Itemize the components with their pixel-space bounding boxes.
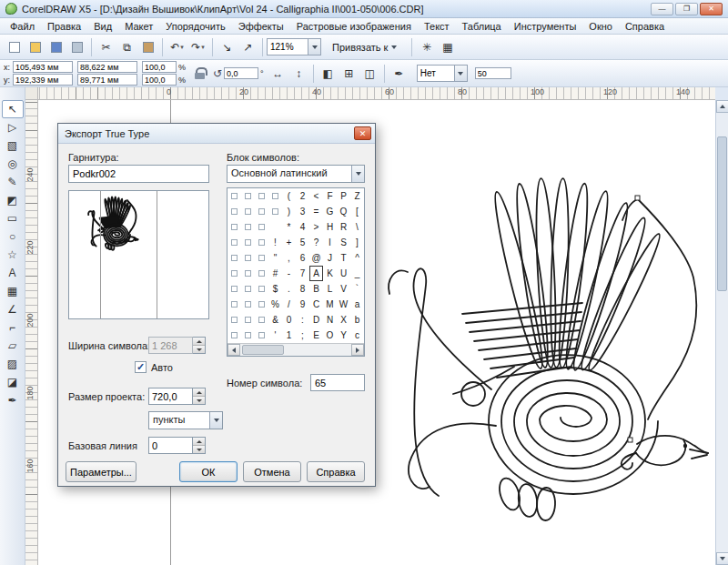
menu-item[interactable]: Файл xyxy=(4,20,41,33)
polygon-tool[interactable]: ☆ xyxy=(2,246,24,264)
menu-item[interactable]: Правка xyxy=(41,20,87,33)
units-dropdown-button[interactable] xyxy=(209,412,222,429)
charmap-cell[interactable]: 5 xyxy=(296,235,309,250)
char-grid-scrollbar[interactable] xyxy=(228,343,364,356)
charmap-cell[interactable]: I xyxy=(323,235,337,250)
extrude-tool[interactable]: ▱ xyxy=(2,337,24,355)
charmap-cell[interactable]: ( xyxy=(282,188,296,204)
charmap-cell[interactable]: < xyxy=(309,188,323,204)
vertical-ruler[interactable]: 240220200180160 xyxy=(25,100,38,565)
charmap-checkbox[interactable] xyxy=(241,281,255,297)
scroll-down-button[interactable] xyxy=(716,552,728,565)
mirror-vertical-icon[interactable]: ↕ xyxy=(289,64,308,83)
charmap-checkbox[interactable] xyxy=(241,219,255,235)
close-button[interactable]: ✕ xyxy=(700,3,723,15)
edge-field[interactable] xyxy=(475,67,511,79)
vertical-scrollbar[interactable] xyxy=(715,100,728,565)
paste-icon[interactable] xyxy=(138,37,157,56)
charmap-checkbox[interactable] xyxy=(241,188,255,204)
lock-ratio-icon[interactable] xyxy=(195,67,205,79)
auto-checkbox[interactable]: ✓ xyxy=(135,361,147,373)
dialog-close-button[interactable]: ✕ xyxy=(354,126,371,140)
charmap-cell[interactable]: > xyxy=(309,219,323,235)
charmap-cell[interactable]: / xyxy=(282,297,296,312)
rectangle-tool[interactable]: ▭ xyxy=(2,209,24,227)
charmap-cell[interactable]: 1 xyxy=(282,328,296,343)
charmap-cell[interactable]: - xyxy=(282,266,296,281)
group-objects-icon[interactable]: ⊞ xyxy=(339,64,359,83)
charmap-cell[interactable]: 0 xyxy=(282,312,296,328)
charmap-cell[interactable]: 2 xyxy=(296,188,309,204)
charmap-checkbox[interactable] xyxy=(268,204,282,219)
zoom-dropdown-button[interactable] xyxy=(308,39,320,55)
copy-icon[interactable]: ⧉ xyxy=(117,37,136,56)
charmap-cell[interactable]: O xyxy=(323,328,337,343)
zoom-level-input[interactable] xyxy=(268,39,308,55)
charmap-cell[interactable]: " xyxy=(268,250,282,266)
text-tool[interactable]: А xyxy=(2,264,24,282)
charmap-cell[interactable]: ` xyxy=(350,281,364,297)
scroll-up-button[interactable] xyxy=(716,100,728,113)
charmap-cell[interactable]: $ xyxy=(268,281,282,297)
char-width-field[interactable] xyxy=(148,337,193,354)
menu-item[interactable]: Растровые изображения xyxy=(290,20,418,33)
pick-tool[interactable]: ↖ xyxy=(2,100,24,118)
charmap-cell[interactable]: F xyxy=(323,188,337,204)
spinner-up-button[interactable] xyxy=(193,338,205,345)
options-gear-icon[interactable]: ✳ xyxy=(417,37,436,56)
open-folder-icon[interactable] xyxy=(25,37,45,56)
charmap-cell[interactable]: = xyxy=(309,204,323,219)
charmap-checkbox[interactable] xyxy=(228,312,241,328)
scrollbar-thumb[interactable] xyxy=(717,136,727,291)
charmap-cell[interactable]: . xyxy=(282,281,296,297)
charmap-cell[interactable]: A xyxy=(309,266,323,281)
charmap-cell[interactable]: M xyxy=(323,297,337,312)
charmap-cell[interactable]: E xyxy=(309,328,323,343)
charmap-checkbox[interactable] xyxy=(228,266,241,281)
charmap-cell[interactable]: P xyxy=(337,188,350,204)
charmap-cell[interactable]: + xyxy=(282,235,296,250)
charmap-cell[interactable]: Z xyxy=(350,188,364,204)
charmap-cell[interactable]: ; xyxy=(296,328,309,343)
application-launcher-icon[interactable]: ▦ xyxy=(438,37,457,56)
x-position-field[interactable] xyxy=(13,61,73,73)
scroll-right-button[interactable] xyxy=(351,344,364,356)
charmap-cell[interactable]: c xyxy=(350,328,364,343)
spinner-up-button[interactable] xyxy=(193,438,205,445)
spinner-up-button[interactable] xyxy=(193,388,205,396)
charmap-cell[interactable]: N xyxy=(323,312,337,328)
charmap-checkbox[interactable] xyxy=(241,204,255,219)
charmap-checkbox[interactable] xyxy=(255,328,268,343)
cut-icon[interactable]: ✂ xyxy=(96,37,116,56)
charmap-checkbox[interactable] xyxy=(241,312,255,328)
table-tool[interactable]: ▦ xyxy=(2,282,24,300)
charmap-cell[interactable]: & xyxy=(268,312,282,328)
cancel-button[interactable]: Отмена xyxy=(243,461,301,482)
charmap-cell[interactable]: ! xyxy=(268,235,282,250)
spinner-down-button[interactable] xyxy=(193,345,205,353)
charmap-checkbox[interactable] xyxy=(228,250,241,266)
units-combo[interactable]: пункты xyxy=(148,411,223,429)
charmap-cell[interactable]: a xyxy=(350,297,364,312)
menu-item[interactable]: Эффекты xyxy=(232,20,290,33)
connector-tool[interactable]: ⌐ xyxy=(2,318,24,337)
horizontal-ruler[interactable]: 020406080100120140 xyxy=(38,87,715,100)
export-icon[interactable]: ↗ xyxy=(238,37,258,56)
maximize-button[interactable]: ❐ xyxy=(675,3,698,15)
charmap-checkbox[interactable] xyxy=(255,219,268,235)
object-width-field[interactable] xyxy=(77,61,137,73)
snap-to-button[interactable]: Привязать к xyxy=(325,39,404,55)
charmap-checkbox[interactable] xyxy=(228,219,241,235)
charmap-checkbox[interactable] xyxy=(255,281,268,297)
charmap-checkbox[interactable] xyxy=(228,204,241,219)
charmap-checkbox[interactable] xyxy=(228,235,241,250)
calligraphic-bird-drawing[interactable] xyxy=(382,176,728,540)
charmap-checkbox[interactable] xyxy=(255,312,268,328)
new-document-icon[interactable] xyxy=(5,37,24,56)
shadow-tool[interactable]: ▨ xyxy=(2,355,24,373)
charmap-cell[interactable]: L xyxy=(323,281,337,297)
save-icon[interactable] xyxy=(46,37,66,56)
outline-width-input[interactable] xyxy=(418,66,454,81)
weld-icon[interactable]: ◫ xyxy=(360,64,379,83)
charmap-cell[interactable]: ? xyxy=(309,235,323,250)
